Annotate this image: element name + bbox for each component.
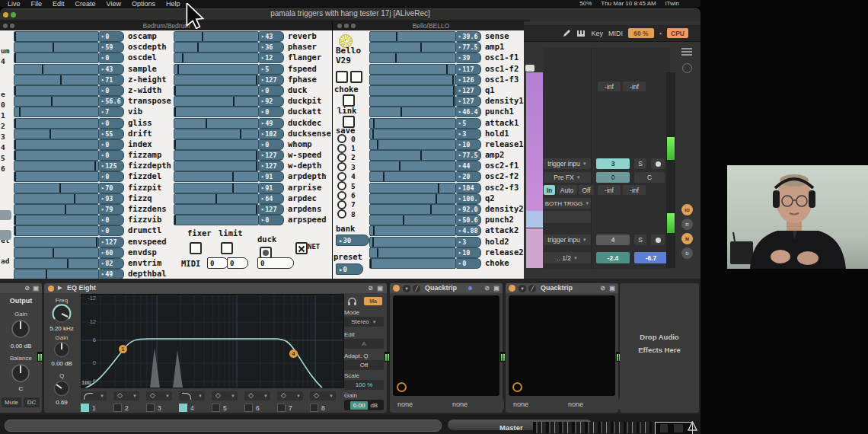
param-slider[interactable]	[369, 64, 456, 75]
param-slider[interactable]	[174, 215, 259, 225]
param-slider[interactable]	[369, 247, 456, 258]
mixer-section-toggle[interactable]: M	[681, 233, 693, 244]
hot-swap-icon[interactable]: ⊘	[24, 285, 30, 292]
bello-toggle-2[interactable]	[350, 71, 362, 83]
param-number-box[interactable]: ▸39	[456, 53, 481, 63]
fold-icon[interactable]: ▾	[403, 285, 410, 292]
duck-number-box[interactable]: 0	[257, 257, 294, 269]
save-preset-icon[interactable]: ▣	[33, 285, 39, 292]
param-number-box[interactable]: ▸5	[259, 64, 284, 75]
gain-knob[interactable]	[10, 318, 31, 340]
param-slider[interactable]	[369, 31, 456, 42]
band-enable-checkbox[interactable]	[244, 404, 253, 412]
param-slider[interactable]	[174, 183, 259, 193]
param-number-box[interactable]: ▸43	[99, 64, 124, 75]
output-device-header[interactable]: ⊘ ▣	[0, 283, 42, 293]
param-number-box[interactable]: ▸117	[456, 64, 481, 75]
param-number-box[interactable]: ▸49	[259, 118, 284, 129]
hq-badge[interactable]: Ma	[364, 297, 382, 305]
eq-eight-header[interactable]: ▶ EQ Eight ⊘ ▣	[44, 283, 387, 293]
clip-slot-purple[interactable]	[526, 72, 543, 211]
horizontal-scrollbar[interactable]	[5, 420, 442, 432]
param-slider[interactable]	[14, 129, 99, 139]
preset-radio[interactable]	[337, 162, 346, 171]
device-activator[interactable]	[509, 285, 515, 292]
param-slider[interactable]	[174, 31, 259, 42]
preset-radio[interactable]	[337, 134, 346, 143]
band-enable-checkbox[interactable]	[81, 404, 89, 412]
eq-band-handle-1[interactable]: 1	[119, 345, 127, 353]
clip-slot-pink[interactable]	[526, 228, 543, 268]
param-slider[interactable]	[174, 193, 259, 204]
mixer-section-toggle[interactable]: D	[681, 247, 693, 259]
eq-band-handle-4[interactable]: 4	[289, 349, 298, 358]
param-number-box[interactable]: ▸127	[456, 85, 481, 96]
param-number-box[interactable]: ▸7	[99, 107, 124, 117]
band-enable-checkbox[interactable]	[310, 404, 318, 412]
param-number-box[interactable]: ▸127	[99, 237, 124, 247]
freq-knob[interactable]	[51, 303, 72, 324]
gain-knob[interactable]	[53, 340, 71, 359]
param-slider[interactable]	[369, 96, 456, 107]
monitor-auto-button[interactable]: Auto	[557, 185, 577, 195]
hamburger-menu-icon[interactable]	[681, 47, 692, 56]
param-slider[interactable]	[14, 64, 99, 75]
param-number-box[interactable]: ▸0	[99, 171, 124, 182]
param-number-box[interactable]: ▸125	[99, 161, 124, 171]
param-slider[interactable]	[369, 42, 456, 53]
param-slider[interactable]	[174, 107, 259, 117]
param-slider[interactable]	[14, 215, 99, 225]
param-slider[interactable]	[14, 85, 99, 96]
menubar-item[interactable]: Edit	[53, 0, 65, 7]
save-preset-icon[interactable]: ▣	[609, 285, 615, 292]
param-number-box[interactable]: ▸127	[259, 75, 284, 85]
choke-checkbox[interactable]	[343, 94, 355, 107]
param-slider[interactable]	[14, 193, 99, 204]
param-number-box[interactable]: ▸50.6	[456, 215, 481, 225]
hot-swap-icon[interactable]: ⊘	[600, 285, 605, 292]
band-enable-checkbox[interactable]	[277, 404, 286, 412]
param-slider[interactable]	[14, 161, 99, 171]
param-number-box[interactable]: ▸71	[99, 75, 124, 85]
param-slider[interactable]	[369, 75, 456, 85]
bank-number-box[interactable]: ▸30	[336, 235, 369, 246]
param-number-box[interactable]: ▸91	[259, 183, 284, 193]
param-number-box[interactable]: ▸10	[456, 247, 481, 258]
param-number-box[interactable]: ▸100.	[456, 193, 481, 204]
preset-radio[interactable]	[337, 172, 346, 181]
param-slider[interactable]	[369, 225, 456, 236]
volume-display[interactable]: -inf	[598, 185, 621, 195]
param-number-box[interactable]: ▸20	[456, 171, 481, 182]
param-number-box[interactable]: ▸36	[259, 42, 284, 53]
param-slider[interactable]	[174, 42, 259, 53]
param-slider[interactable]	[14, 53, 99, 63]
param-number-box[interactable]: ▸0	[99, 85, 124, 96]
save-preset-icon[interactable]: ▣	[377, 285, 383, 292]
preset-number-box[interactable]: ▸0	[336, 263, 363, 275]
param-number-box[interactable]: ▸0	[259, 139, 284, 150]
hot-swap-icon[interactable]: ⊘	[368, 285, 373, 292]
param-number-box[interactable]: ▸60	[99, 247, 124, 258]
midi-port-box[interactable]: 0	[227, 257, 248, 269]
param-number-box[interactable]: ▸4.88	[456, 225, 481, 236]
param-slider[interactable]	[369, 129, 456, 139]
menubar-item[interactable]: Live	[8, 0, 21, 7]
param-slider[interactable]	[174, 129, 259, 139]
param-slider[interactable]	[14, 118, 99, 129]
edit-max-icon[interactable]: ╱	[413, 285, 420, 292]
mute-button[interactable]: Mute	[2, 397, 21, 407]
filter-type-select[interactable]: ▼	[277, 391, 303, 400]
preset-radio[interactable]	[337, 191, 346, 200]
mode-select[interactable]: Stereo▼	[344, 317, 384, 327]
param-number-box[interactable]: ▸55	[99, 129, 124, 139]
param-number-box[interactable]: ▸70	[99, 183, 124, 193]
param-slider[interactable]	[174, 85, 259, 96]
fold-icon[interactable]: ▾	[519, 285, 526, 292]
param-slider[interactable]	[174, 53, 259, 63]
menubar-status-item[interactable]: iTwin	[665, 0, 679, 7]
close-icon[interactable]	[337, 24, 342, 28]
cpu-button[interactable]: CPU	[667, 28, 688, 38]
audition-headphone-icon[interactable]	[347, 297, 357, 306]
band-enable-checkbox[interactable]	[212, 404, 220, 412]
param-slider[interactable]	[369, 118, 456, 129]
